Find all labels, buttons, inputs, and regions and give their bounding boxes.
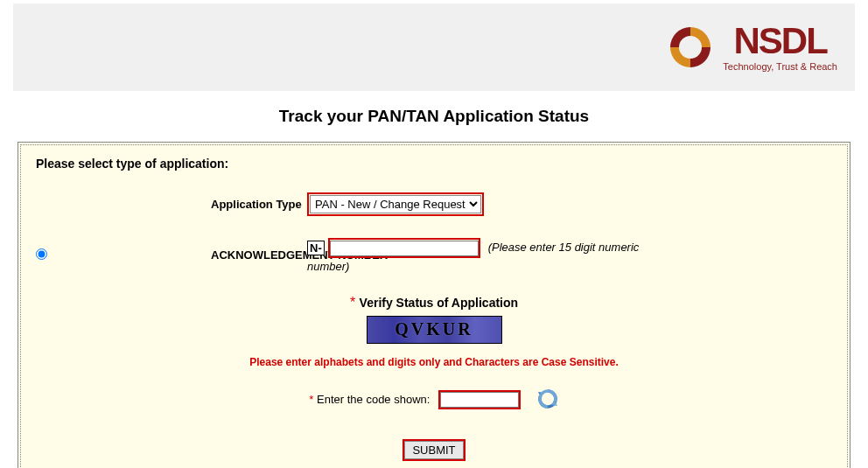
acknowledgement-radio[interactable] — [36, 248, 47, 260]
code-label: Enter the code shown: — [317, 392, 430, 405]
captcha-hint: Please enter alphabets and digits only a… — [36, 356, 832, 368]
logo-tagline: Technology, Trust & Reach — [723, 61, 837, 72]
nsdl-logo-icon — [665, 22, 716, 73]
acknowledgement-input[interactable] — [330, 241, 479, 256]
captcha-image: QVKUR — [367, 316, 502, 344]
ack-hint-part2: number) — [307, 260, 832, 273]
logo-text: NSDL — [734, 23, 827, 59]
refresh-captcha-icon[interactable] — [536, 388, 559, 413]
application-type-select[interactable]: PAN - New / Change Request — [310, 195, 481, 213]
acknowledgement-row: ACKNOWLEDGEMENT NUMBER N- (Please enter … — [36, 238, 832, 273]
logo: NSDL Technology, Trust & Reach — [665, 22, 837, 73]
captcha-label: Verify Status of Application — [360, 296, 519, 310]
page-title: Track your PAN/TAN Application Status — [0, 107, 868, 126]
application-type-row: Application Type PAN - New / Change Requ… — [36, 192, 832, 216]
ack-prefix: N- — [307, 241, 325, 255]
ack-hint-part1: (Please enter 15 digit numeric — [488, 241, 640, 254]
form-panel: Please select type of application: Appli… — [18, 142, 850, 468]
acknowledgement-label: ACKNOWLEDGEMENT NUMBER — [62, 248, 298, 262]
application-type-label: Application Type — [62, 198, 298, 211]
submit-button[interactable]: SUBMIT — [404, 441, 463, 459]
captcha-section: * Verify Status of Application QVKUR Ple… — [36, 295, 832, 461]
page-header: NSDL Technology, Trust & Reach — [13, 3, 855, 91]
captcha-code-input[interactable] — [440, 392, 519, 408]
instruction-text: Please select type of application: — [36, 157, 832, 171]
captcha-text: QVKUR — [368, 317, 501, 343]
